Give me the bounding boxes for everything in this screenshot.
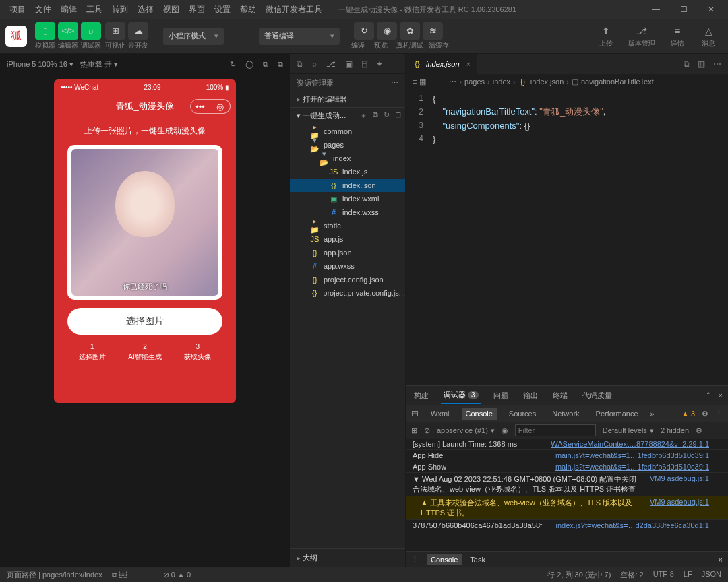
compile-button[interactable]: ↻ <box>354 22 374 40</box>
capsule-close[interactable]: ◎ <box>210 99 231 114</box>
menu-wxdevtool[interactable]: 微信开发者工具 <box>262 1 326 18</box>
tree-item-pages[interactable]: ▾ 📂pages <box>290 138 405 152</box>
debugger-button[interactable]: ⌕ <box>81 22 101 40</box>
devtools-gear-icon[interactable]: ⚙ <box>702 410 708 418</box>
status-icons[interactable]: ⧉ ⿳ <box>112 571 127 579</box>
indent-status[interactable]: 空格: 2 <box>620 570 643 580</box>
tab-output[interactable]: 输出 <box>520 388 541 403</box>
console-context-icon[interactable]: ⊞ <box>411 426 417 435</box>
mode-dropdown[interactable]: 小程序模式 <box>163 28 224 45</box>
window-minimize[interactable]: — <box>648 2 664 17</box>
trash-icon[interactable]: ✦ <box>376 59 383 69</box>
drawer-close-icon[interactable]: × <box>719 556 723 564</box>
open-editors-section[interactable]: 打开的编辑器 <box>290 92 405 107</box>
tree-item-index-wxss[interactable]: #index.wxss <box>290 205 405 219</box>
tree-item-common[interactable]: ▸ 📁common <box>290 125 405 138</box>
sim-record-icon[interactable]: ◯ <box>245 60 253 69</box>
inspect-icon[interactable]: ⮹ <box>411 410 419 418</box>
devtools-up-icon[interactable]: ˄ <box>706 391 710 400</box>
select-image-button[interactable]: 选择图片 <box>67 308 222 335</box>
drawer-menu-icon[interactable]: ⋮ <box>411 555 419 564</box>
sim-screenshot-icon[interactable]: ⧉ <box>263 60 268 69</box>
tree-item-project-config-json[interactable]: {}project.config.json <box>290 273 405 286</box>
editor-layout-icon[interactable]: ▥ <box>698 59 705 69</box>
context-select[interactable]: appservice (#1) ▾ <box>437 426 495 435</box>
devtools-menu-icon[interactable]: ⋮ <box>715 410 723 418</box>
capsule-more[interactable]: ••• <box>190 99 210 114</box>
menu-project[interactable]: 项目 <box>5 1 30 18</box>
subtab-sources[interactable]: Sources <box>505 408 540 420</box>
remote-debug-button[interactable]: ✿ <box>400 22 420 40</box>
clear-console-icon[interactable]: ⊘ <box>424 426 430 435</box>
cursor-position[interactable]: 行 2, 列 30 (选中 7) <box>547 570 611 580</box>
tree-item-app-wxss[interactable]: #app.wxss <box>290 259 405 273</box>
tree-item-index-json[interactable]: {}index.json <box>290 179 405 192</box>
tab-problems[interactable]: 问题 <box>491 388 511 403</box>
menu-view[interactable]: 视图 <box>159 1 183 18</box>
menu-select[interactable]: 选择 <box>133 1 158 18</box>
collapse-icon[interactable]: ⊟ <box>395 110 401 121</box>
breadcrumb[interactable]: ≡▦⋯› pages› index› {}index.json› ▢naviga… <box>406 74 728 89</box>
hotreload-toggle[interactable]: 热重载 开 ▾ <box>80 59 118 69</box>
editor-tab-indexjson[interactable]: {}index.json× <box>406 54 478 74</box>
phone-simulator[interactable]: ••••• WeChat 23:09 100% ▮ 青狐_动漫头像 ••• ◎ … <box>54 79 236 403</box>
upload-icon[interactable]: ⬆ <box>597 24 615 38</box>
preview-button[interactable]: ◉ <box>377 22 397 40</box>
encoding-status[interactable]: UTF-8 <box>653 570 674 580</box>
window-maximize[interactable]: ☐ <box>676 2 692 17</box>
drawer-task-tab[interactable]: Task <box>470 556 485 564</box>
tab-debugger[interactable]: 调试器3 <box>441 387 481 404</box>
subtab-console[interactable]: Console <box>462 408 497 420</box>
ext-icon[interactable]: ▣ <box>345 59 353 69</box>
version-icon[interactable]: ⎇ <box>633 24 650 38</box>
devtools-close-icon[interactable]: × <box>719 391 723 400</box>
new-file-icon[interactable]: ＋ <box>360 110 367 121</box>
tree-item-index[interactable]: ▾ 📂index <box>290 152 405 165</box>
menu-settings[interactable]: 设置 <box>210 1 235 18</box>
subtab-network[interactable]: Network <box>548 408 583 420</box>
editor-button[interactable]: </> <box>58 22 78 40</box>
sim-popout-icon[interactable]: ⧉ <box>278 60 283 69</box>
explorer-more[interactable]: ⋯ <box>391 79 398 88</box>
subtab-more[interactable]: » <box>650 410 655 418</box>
tab-terminal[interactable]: 终端 <box>550 388 570 403</box>
new-folder-icon[interactable]: ⧉ <box>373 110 378 121</box>
eye-icon[interactable]: ◉ <box>502 426 508 435</box>
tree-item-index-js[interactable]: JSindex.js <box>290 165 405 179</box>
tab-build[interactable]: 构建 <box>411 388 431 403</box>
close-tab-icon[interactable]: × <box>466 60 471 68</box>
lang-status[interactable]: JSON <box>702 570 721 580</box>
cloud-button[interactable]: ☁ <box>128 22 148 40</box>
device-select[interactable]: iPhone 5 100% 16 ▾ <box>7 60 73 69</box>
drawer-console-tab[interactable]: Console <box>427 554 462 565</box>
details-icon[interactable]: ≡ <box>669 24 686 38</box>
message-icon[interactable]: △ <box>700 24 717 38</box>
code-editor[interactable]: 1{ 2 "navigationBarTitleText": "青狐_动漫头像"… <box>406 89 728 385</box>
clear-cache-button[interactable]: ≋ <box>423 22 443 40</box>
tree-item-static[interactable]: ▸ 📁static <box>290 219 405 232</box>
tree-item-index-wxml[interactable]: ▣index.wxml <box>290 192 405 205</box>
tree-item-project-private-config-js---[interactable]: {}project.private.config.js... <box>290 286 405 300</box>
outline-section[interactable]: 大纲 <box>290 548 405 567</box>
sim-refresh-icon[interactable]: ↻ <box>230 60 236 69</box>
page-path[interactable]: 页面路径 | pages/index/index <box>7 570 102 580</box>
filter-input[interactable] <box>515 424 596 437</box>
split-editor-icon[interactable]: ⧉ <box>684 59 690 69</box>
files-icon[interactable]: ⧉ <box>297 59 303 69</box>
subtab-performance[interactable]: Performance <box>592 408 642 420</box>
menu-edit[interactable]: 编辑 <box>57 1 81 18</box>
refresh-tree-icon[interactable]: ↻ <box>384 110 390 121</box>
visual-button[interactable]: ⊞ <box>105 22 125 40</box>
tree-item-app-js[interactable]: JSapp.js <box>290 232 405 246</box>
tab-quality[interactable]: 代码质量 <box>580 388 615 403</box>
warnings-badge[interactable]: ▲ 3 <box>681 410 695 418</box>
menu-file[interactable]: 文件 <box>31 1 55 18</box>
menu-ui[interactable]: 界面 <box>185 1 209 18</box>
menu-tools[interactable]: 工具 <box>82 1 107 18</box>
branch-icon[interactable]: ⎇ <box>326 59 336 69</box>
hidden-count[interactable]: 2 hidden <box>661 426 689 434</box>
status-errors[interactable]: ⊘ 0 ▲ 0 <box>163 571 191 579</box>
search-icon[interactable]: ⌕ <box>312 59 317 69</box>
project-root[interactable]: ▾ 一键生成动... ＋⧉↻⊟ <box>290 107 405 123</box>
menu-goto[interactable]: 转到 <box>108 1 132 18</box>
